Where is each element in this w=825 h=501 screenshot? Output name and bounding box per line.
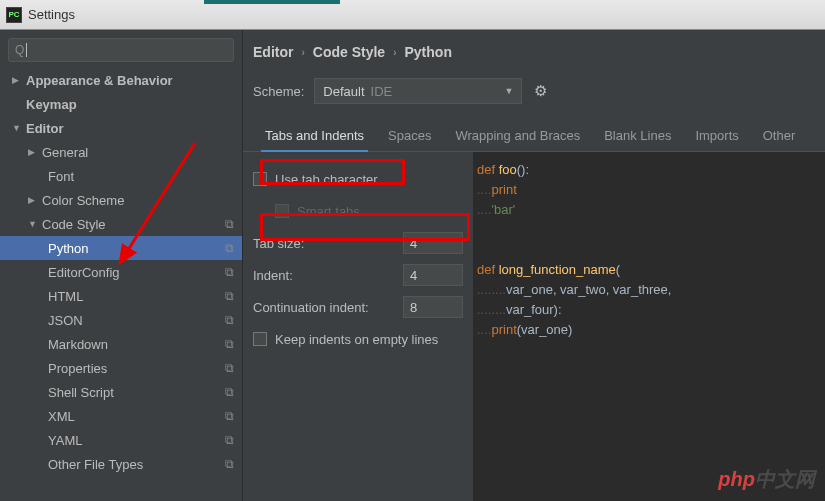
tab-size-row: Tab size: [253,228,463,258]
tree-label: HTML [48,289,225,304]
cont-indent-input[interactable] [403,296,463,318]
scheme-label: Scheme: [253,84,304,99]
code-line: ........var_one, var_two, var_three, [477,280,821,300]
tree-python[interactable]: Python ⧉ [0,236,242,260]
copy-icon[interactable]: ⧉ [225,457,234,471]
tree-markdown[interactable]: Markdown ⧉ [0,332,242,356]
titlebar: PC Settings [0,0,825,30]
tree-json[interactable]: JSON ⧉ [0,308,242,332]
blank-line [477,240,821,260]
tab-blank-lines[interactable]: Blank Lines [592,122,683,151]
code-line: def foo(): [477,160,821,180]
blank-line [477,220,821,240]
window-title: Settings [28,7,75,22]
settings-sidebar: Q ▶ Appearance & Behavior Keymap ▼ Edito… [0,30,243,501]
copy-icon[interactable]: ⧉ [225,361,234,375]
search-icon: Q [15,43,24,57]
indent-row: Indent: [253,260,463,290]
tree-label: Properties [48,361,225,376]
code-line: ....print [477,180,821,200]
tab-size-input[interactable] [403,232,463,254]
copy-icon[interactable]: ⧉ [225,217,234,231]
gear-icon[interactable]: ⚙ [534,82,547,100]
smart-tabs-row: Smart tabs [253,196,463,226]
tree-editor[interactable]: ▼ Editor [0,116,242,140]
cont-indent-label: Continuation indent: [253,300,403,315]
tab-spaces[interactable]: Spaces [376,122,443,151]
smart-tabs-label: Smart tabs [297,204,463,219]
tree-editorconfig[interactable]: EditorConfig ⧉ [0,260,242,284]
tab-imports[interactable]: Imports [683,122,750,151]
indent-label: Indent: [253,268,403,283]
tab-other[interactable]: Other [751,122,808,151]
tree-other-file-types[interactable]: Other File Types ⧉ [0,452,242,476]
breadcrumb-editor[interactable]: Editor [253,44,293,60]
content-panel: Editor › Code Style › Python Scheme: Def… [243,30,825,501]
code-line: ........var_four): [477,300,821,320]
tree-label: JSON [48,313,225,328]
copy-icon[interactable]: ⧉ [225,241,234,255]
checkbox-keep-indents[interactable] [253,332,267,346]
tree-yaml[interactable]: YAML ⧉ [0,428,242,452]
tree-label: Keymap [26,97,242,112]
tree-label: Markdown [48,337,225,352]
scheme-tag: IDE [371,84,505,99]
cursor [26,43,27,57]
chevron-right-icon: ▶ [28,195,38,205]
cont-indent-row: Continuation indent: [253,292,463,322]
scheme-select[interactable]: Default IDE ▼ [314,78,522,104]
tree-color-scheme[interactable]: ▶ Color Scheme [0,188,242,212]
code-line: ....print(var_one) [477,320,821,340]
tab-wrapping[interactable]: Wrapping and Braces [443,122,592,151]
copy-icon[interactable]: ⧉ [225,337,234,351]
tab-size-label: Tab size: [253,236,403,251]
tab-tabs-indents[interactable]: Tabs and Indents [253,122,376,151]
breadcrumb-python[interactable]: Python [405,44,452,60]
chevron-down-icon: ▼ [12,123,22,133]
use-tab-char-row[interactable]: Use tab character [253,164,463,194]
tree-label: XML [48,409,225,424]
chevron-down-icon: ▼ [504,86,513,96]
search-input[interactable]: Q [8,38,234,62]
tree-label: YAML [48,433,225,448]
settings-tree: ▶ Appearance & Behavior Keymap ▼ Editor … [0,68,242,476]
tree-code-style[interactable]: ▼ Code Style ⧉ [0,212,242,236]
keep-indents-label: Keep indents on empty lines [275,332,463,347]
tree-label: Font [48,169,242,184]
chevron-right-icon: › [301,47,304,58]
use-tab-label: Use tab character [275,172,463,187]
code-line: ....'bar' [477,200,821,220]
checkbox-smart-tabs [275,204,289,218]
indent-input[interactable] [403,264,463,286]
chevron-down-icon: ▼ [28,219,38,229]
tree-shell-script[interactable]: Shell Script ⧉ [0,380,242,404]
copy-icon[interactable]: ⧉ [225,433,234,447]
copy-icon[interactable]: ⧉ [225,409,234,423]
tree-label: Editor [26,121,242,136]
copy-icon[interactable]: ⧉ [225,289,234,303]
tree-appearance[interactable]: ▶ Appearance & Behavior [0,68,242,92]
tree-font[interactable]: Font [0,164,242,188]
indent-form: Use tab character Smart tabs Tab size: I… [243,152,473,501]
tree-xml[interactable]: XML ⧉ [0,404,242,428]
tab-bar: Tabs and Indents Spaces Wrapping and Bra… [243,118,825,152]
scheme-row: Scheme: Default IDE ▼ ⚙ [243,74,825,108]
tree-properties[interactable]: Properties ⧉ [0,356,242,380]
scheme-value: Default [323,84,364,99]
code-preview: def foo(): ....print ....'bar' def long_… [473,152,825,501]
tree-general[interactable]: ▶ General [0,140,242,164]
tree-keymap[interactable]: Keymap [0,92,242,116]
breadcrumb-code-style[interactable]: Code Style [313,44,385,60]
copy-icon[interactable]: ⧉ [225,313,234,327]
teal-accent [204,0,340,4]
tree-label: Shell Script [48,385,225,400]
copy-icon[interactable]: ⧉ [225,265,234,279]
checkbox-use-tab[interactable] [253,172,267,186]
copy-icon[interactable]: ⧉ [225,385,234,399]
app-logo: PC [6,7,22,23]
breadcrumb: Editor › Code Style › Python [243,30,825,74]
chevron-right-icon: › [393,47,396,58]
keep-indents-row[interactable]: Keep indents on empty lines [253,324,463,354]
tree-label: Color Scheme [42,193,242,208]
tree-html[interactable]: HTML ⧉ [0,284,242,308]
